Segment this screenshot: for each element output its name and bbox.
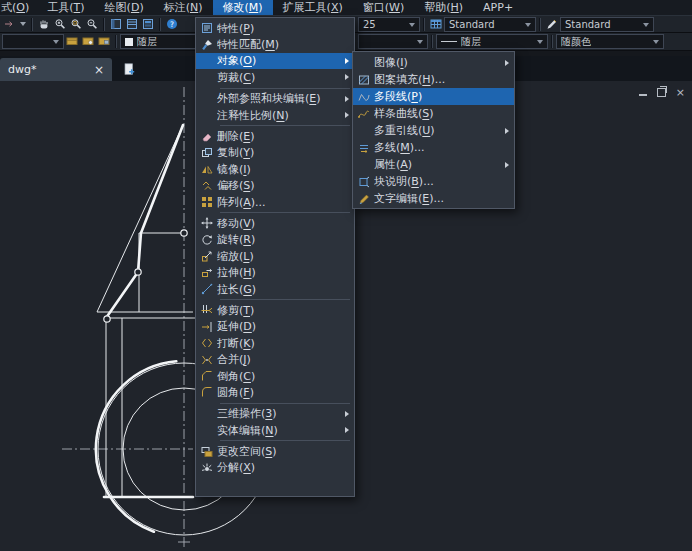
menu-item-change-space[interactable]: 更改空间(S) xyxy=(196,443,354,459)
new-drawing-button[interactable] xyxy=(120,61,138,77)
table-style-button[interactable] xyxy=(428,17,444,32)
menu-item-object[interactable]: 对象(O) xyxy=(196,53,354,69)
table-style-icon xyxy=(430,15,442,34)
submenu-arrow-icon xyxy=(345,74,349,80)
minimize-icon[interactable] xyxy=(639,94,647,96)
menu-item-array[interactable]: 阵列(A)... xyxy=(196,194,354,210)
layer-lock-button[interactable] xyxy=(96,34,112,49)
menu-item-join[interactable]: 合并(J) xyxy=(196,351,354,367)
dim-style-combo[interactable]: Standard xyxy=(560,17,654,32)
menubar-item-express-tools[interactable]: 扩展工具(X) xyxy=(273,0,353,15)
layer-lock-icon xyxy=(98,32,110,51)
menu-item-label: 多线(M)... xyxy=(374,140,509,155)
style-25-combo[interactable]: 25 xyxy=(358,17,420,32)
menu-separator xyxy=(220,299,350,300)
restore-icon[interactable] xyxy=(657,88,666,97)
close-icon[interactable]: × xyxy=(94,64,104,76)
menu-item-polyline[interactable]: 多段线(P) xyxy=(353,88,514,105)
zoom-realtime-button[interactable] xyxy=(52,17,68,32)
menu-item-offset[interactable]: 偏移(S) xyxy=(196,178,354,194)
menu-item-mline[interactable]: 多线(M)... xyxy=(353,139,514,156)
menu-item-clip[interactable]: 剪裁(C) xyxy=(196,69,354,85)
menu-item-properties[interactable]: 特性(P) xyxy=(196,20,354,36)
menu-item-solid-editing[interactable]: 实体编辑(N) xyxy=(196,422,354,438)
menubar-item-window[interactable]: 窗口(W) xyxy=(353,0,414,15)
toolbar-separator xyxy=(431,35,433,48)
menu-item-rotate[interactable]: 旋转(R) xyxy=(196,232,354,248)
trim-icon xyxy=(196,304,217,316)
block-desc-icon xyxy=(353,176,374,188)
menu-item-hatch[interactable]: 图案填充(H)... xyxy=(353,71,514,88)
layer-states-button[interactable] xyxy=(80,34,96,49)
chevron-down-icon[interactable] xyxy=(20,22,26,26)
stretch-icon xyxy=(196,267,217,279)
menu-item-fillet[interactable]: 圆角(F) xyxy=(196,384,354,400)
explode-icon xyxy=(196,462,217,474)
menu-item-spline[interactable]: 样条曲线(S) xyxy=(353,105,514,122)
menu-item-label: 删除(E) xyxy=(217,129,349,144)
document-tab-title: dwg* xyxy=(8,63,36,76)
menubar-item-app-plus[interactable]: APP+ xyxy=(473,0,523,15)
hidden-combo[interactable] xyxy=(358,34,428,49)
linetype-sample-icon xyxy=(441,41,457,42)
tool-palettes-button[interactable] xyxy=(140,17,156,32)
linetype-value: 随层 xyxy=(461,35,481,49)
design-center-button[interactable] xyxy=(124,17,140,32)
zoom-window-button[interactable] xyxy=(68,17,84,32)
menu-item-trim[interactable]: 修剪(T) xyxy=(196,302,354,318)
layer-combo[interactable] xyxy=(2,34,64,49)
menu-item-lengthen[interactable]: 拉长(G) xyxy=(196,281,354,297)
menubar-item-tools[interactable]: 工具(T) xyxy=(37,0,94,15)
help-button[interactable]: ? xyxy=(164,17,180,32)
dim-style-button[interactable] xyxy=(544,17,560,32)
menubar-item-format[interactable]: 式(O) xyxy=(0,0,37,15)
menu-item-attribute[interactable]: 属性(A) xyxy=(353,156,514,173)
menubar-item-help[interactable]: 帮助(H) xyxy=(414,0,473,15)
menu-item-xref-block-edit[interactable]: 外部参照和块编辑(E) xyxy=(196,91,354,107)
menu-item-block-description[interactable]: 块说明(B)... xyxy=(353,173,514,190)
text-style-combo[interactable]: Standard xyxy=(444,17,536,32)
properties-palette-icon xyxy=(110,15,122,34)
menu-item-chamfer[interactable]: 倒角(C) xyxy=(196,368,354,384)
close-icon[interactable]: × xyxy=(676,87,685,98)
menu-item-mleader[interactable]: 多重引线(U) xyxy=(353,122,514,139)
menu-item-copy[interactable]: 复制(Y) xyxy=(196,145,354,161)
menu-item-annotative-scale[interactable]: 注释性比例(N) xyxy=(196,107,354,123)
menu-item-stretch[interactable]: 拉伸(H) xyxy=(196,264,354,280)
properties-palette-button[interactable] xyxy=(108,17,124,32)
toolbar-separator xyxy=(551,35,553,48)
color-combo[interactable]: 随层 xyxy=(120,34,196,49)
layer-manager-button[interactable] xyxy=(64,34,80,49)
menubar-item-modify[interactable]: 修改(M) xyxy=(213,0,273,15)
menubar-item-dimension[interactable]: 标注(N) xyxy=(154,0,213,15)
menu-item-label: 属性(A) xyxy=(374,157,505,172)
menu-item-label: 更改空间(S) xyxy=(217,444,349,459)
menu-item-explode[interactable]: 分解(X) xyxy=(196,460,354,476)
toolbar-separator xyxy=(103,18,105,31)
zoom-previous-button[interactable] xyxy=(84,17,100,32)
menu-item-label: 打断(K) xyxy=(217,336,349,351)
menu-item-label: 延伸(D) xyxy=(217,319,349,334)
menu-item-mirror[interactable]: 镜像(I) xyxy=(196,161,354,177)
menu-item-break[interactable]: 打断(K) xyxy=(196,335,354,351)
menu-item-3d-operations[interactable]: 三维操作(3) xyxy=(196,406,354,422)
menubar-item-draw[interactable]: 绘图(D) xyxy=(95,0,154,15)
menu-item-move[interactable]: 移动(V) xyxy=(196,215,354,231)
toolbar-separator xyxy=(31,18,33,31)
menu-item-match-properties[interactable]: 特性匹配(M) xyxy=(196,36,354,52)
menu-item-scale[interactable]: 缩放(L) xyxy=(196,248,354,264)
svg-text:?: ? xyxy=(170,19,174,28)
document-tab[interactable]: dwg* × xyxy=(0,58,112,81)
menu-item-image[interactable]: 图像(I) xyxy=(353,54,514,71)
menu-item-extend[interactable]: 延伸(D) xyxy=(196,319,354,335)
copy-icon xyxy=(196,147,217,159)
menu-item-label: 拉伸(H) xyxy=(217,265,349,280)
menu-item-erase[interactable]: 删除(E) xyxy=(196,128,354,144)
pan-button[interactable] xyxy=(36,17,52,32)
menu-item-text-edit[interactable]: 文字编辑(E)... xyxy=(353,190,514,207)
linetype-combo[interactable]: 随层 xyxy=(436,34,548,49)
new-file-icon xyxy=(123,60,135,79)
command-arrow-button[interactable] xyxy=(2,17,18,32)
menu-item-label: 样条曲线(S) xyxy=(374,106,509,121)
plotstyle-combo[interactable]: 随颜色 xyxy=(556,34,664,49)
